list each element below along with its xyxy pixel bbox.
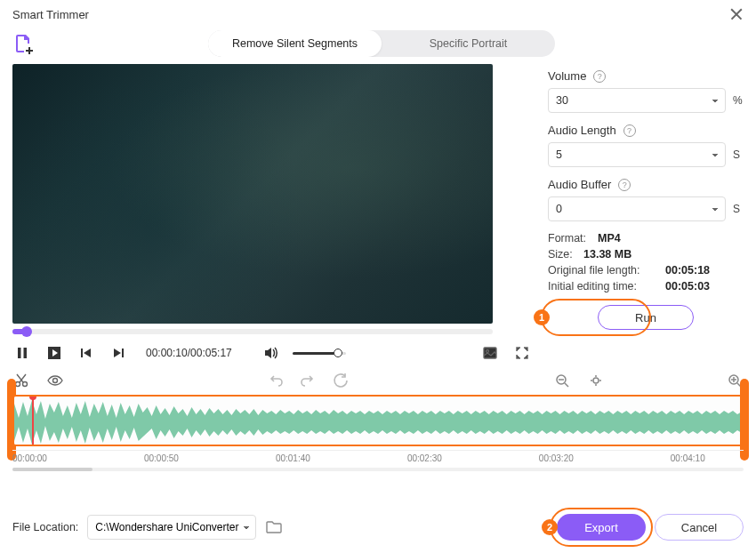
callout-badge-1: 1: [534, 309, 550, 325]
svg-rect-1: [24, 348, 28, 358]
run-button[interactable]: Run: [598, 305, 694, 330]
tab-remove-silent[interactable]: Remove Silent Segments: [208, 30, 382, 57]
help-icon[interactable]: ?: [618, 179, 631, 191]
zoom-out-icon[interactable]: [553, 372, 571, 389]
undo-icon[interactable]: [268, 372, 286, 389]
volume-icon[interactable]: [261, 343, 280, 363]
size-key: Size:: [548, 248, 583, 260]
zoom-fit-icon[interactable]: [587, 372, 605, 389]
timeline-ruler: 00:00:00 00:00:50 00:01:40 00:02:30 00:0…: [12, 450, 744, 466]
volume-unit: %: [733, 94, 744, 107]
play-icon[interactable]: [44, 343, 64, 363]
svg-rect-0: [18, 348, 21, 358]
snapshot-icon[interactable]: [480, 343, 500, 363]
file-location-select[interactable]: C:\Wondershare UniConverter: [87, 515, 256, 540]
scrub-track[interactable]: [12, 329, 493, 334]
playhead[interactable]: [32, 397, 34, 446]
svg-point-10: [16, 382, 20, 387]
add-file-icon[interactable]: [12, 33, 34, 54]
fullscreen-icon[interactable]: [512, 343, 532, 363]
buffer-label: Audio Buffer: [548, 178, 611, 191]
file-location-label: File Location:: [12, 521, 78, 533]
svg-marker-6: [114, 349, 121, 357]
redo-icon[interactable]: [298, 372, 316, 389]
svg-point-11: [23, 382, 28, 387]
trim-handle-right[interactable]: [740, 379, 749, 461]
svg-marker-5: [84, 349, 91, 357]
waveform[interactable]: [12, 395, 744, 446]
format-value: MP4: [598, 232, 621, 244]
refresh-icon[interactable]: [332, 372, 350, 389]
cancel-button[interactable]: Cancel: [655, 514, 744, 541]
help-icon[interactable]: ?: [593, 70, 606, 83]
svg-rect-4: [81, 349, 83, 357]
export-button[interactable]: Export: [557, 514, 646, 541]
tab-specific-portrait[interactable]: Specific Portrait: [382, 30, 555, 57]
window-title: Smart Trimmer: [12, 8, 89, 21]
length-label: Audio Length: [548, 124, 616, 137]
length-unit: S: [733, 148, 744, 161]
folder-icon[interactable]: [265, 518, 283, 536]
svg-point-12: [53, 379, 58, 383]
edit-value: 00:05:03: [665, 280, 710, 293]
svg-rect-7: [122, 349, 124, 357]
help-icon[interactable]: ?: [623, 124, 636, 137]
orig-value: 00:05:18: [665, 264, 710, 276]
length-select[interactable]: 5: [548, 142, 726, 167]
buffer-select[interactable]: 0: [548, 196, 726, 221]
mode-toggle: Remove Silent Segments Specific Portrait: [208, 30, 555, 57]
close-icon[interactable]: [729, 7, 744, 21]
volume-slider[interactable]: [293, 352, 346, 355]
callout-badge-2: 2: [542, 519, 558, 535]
timeline-scrollbar[interactable]: [12, 468, 744, 471]
prev-icon[interactable]: [76, 343, 96, 363]
orig-key: Original file length:: [548, 264, 665, 276]
time-display: 00:00:10/00:05:17: [146, 347, 232, 359]
pause-icon[interactable]: [12, 343, 32, 363]
next-icon[interactable]: [109, 343, 128, 363]
svg-point-14: [593, 378, 599, 383]
edit-key: Initial editing time:: [548, 280, 665, 293]
eye-icon[interactable]: [46, 372, 64, 389]
volume-label: Volume: [548, 69, 586, 83]
video-preview[interactable]: [12, 64, 493, 324]
volume-select[interactable]: 30: [548, 88, 726, 113]
buffer-unit: S: [733, 203, 744, 215]
svg-point-9: [487, 350, 489, 353]
size-value: 13.38 MB: [583, 248, 631, 260]
format-key: Format:: [548, 232, 598, 244]
